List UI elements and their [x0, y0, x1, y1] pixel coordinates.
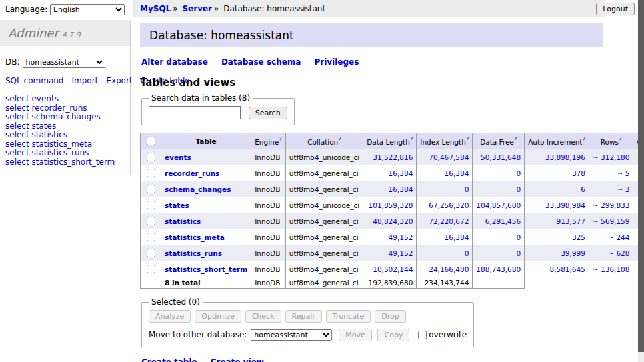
- drop-button[interactable]: Drop: [375, 310, 405, 323]
- data-length-link[interactable]: 16,384: [389, 169, 413, 177]
- repair-button[interactable]: Repair: [285, 310, 322, 323]
- logout-button[interactable]: Logout: [596, 3, 635, 15]
- create-table-bottom-link[interactable]: Create table: [141, 357, 197, 362]
- search-input[interactable]: [149, 106, 241, 119]
- select-link-statistics-meta[interactable]: select: [5, 139, 29, 149]
- truncate-button[interactable]: Truncate: [326, 310, 371, 323]
- rows-link[interactable]: ~ 628: [608, 249, 629, 257]
- help-link[interactable]: ?: [410, 136, 413, 143]
- search-button[interactable]: Search: [249, 107, 287, 119]
- auto-increment-link[interactable]: 913,577: [557, 217, 585, 225]
- data-length-link[interactable]: 101,859,328: [369, 201, 413, 209]
- data-free-link[interactable]: 0: [516, 185, 521, 193]
- index-length-link[interactable]: 16,384: [445, 233, 469, 241]
- select-link-states[interactable]: select: [5, 121, 29, 131]
- index-length-link[interactable]: 70,467,584: [429, 153, 469, 161]
- index-length-link[interactable]: 67,256,320: [429, 201, 469, 209]
- data-length-link[interactable]: 31,522,816: [373, 153, 413, 161]
- data-free-link[interactable]: 0: [516, 249, 521, 257]
- select-all-checkbox[interactable]: [147, 137, 155, 145]
- help-link[interactable]: ?: [279, 136, 282, 143]
- table-name-link-recorder-runs[interactable]: recorder_runs: [165, 169, 219, 177]
- data-free-link[interactable]: 0: [516, 169, 521, 177]
- sidebar-table-link-statistics-meta[interactable]: statistics_meta: [31, 139, 92, 149]
- table-name-link-statistics-meta[interactable]: statistics_meta: [165, 233, 225, 241]
- rows-link[interactable]: ~ 3: [617, 185, 630, 193]
- select-link-statistics-short-term[interactable]: select: [5, 157, 29, 167]
- table-name-link-states[interactable]: states: [165, 201, 189, 209]
- sidebar-table-link-events[interactable]: events: [31, 94, 58, 103]
- select-link-schema-changes[interactable]: select: [5, 112, 29, 121]
- privileges-link[interactable]: Privileges: [314, 57, 359, 67]
- select-link-statistics[interactable]: select: [5, 130, 29, 139]
- data-free-link[interactable]: 104,857,600: [476, 201, 521, 209]
- auto-increment-link[interactable]: 325: [572, 233, 585, 241]
- help-link[interactable]: ?: [619, 136, 622, 143]
- check-button[interactable]: Check: [245, 310, 281, 323]
- row-checkbox-states[interactable]: [147, 201, 155, 209]
- rows-link[interactable]: ~ 136,108: [593, 265, 630, 273]
- sidebar-table-link-schema-changes[interactable]: schema_changes: [31, 112, 100, 121]
- analyze-button[interactable]: Analyze: [149, 310, 191, 323]
- data-free-link[interactable]: 188,743,680: [476, 265, 521, 273]
- auto-increment-link[interactable]: 6: [581, 185, 585, 193]
- vertical-scrollbar[interactable]: [638, 0, 644, 362]
- row-checkbox-statistics-short-term[interactable]: [147, 265, 155, 273]
- scrollbar-thumb[interactable]: [638, 0, 644, 352]
- index-length-link[interactable]: 24,166,400: [429, 265, 469, 273]
- data-length-link[interactable]: 16,384: [389, 185, 413, 193]
- index-length-link[interactable]: 0: [465, 249, 469, 257]
- database-schema-link[interactable]: Database schema: [221, 57, 301, 67]
- index-length-link[interactable]: 72,220,672: [429, 217, 469, 225]
- rows-link[interactable]: ~ 244: [608, 233, 629, 241]
- select-link-recorder-runs[interactable]: select: [5, 103, 29, 113]
- row-checkbox-statistics-runs[interactable]: [147, 249, 155, 257]
- rows-link[interactable]: ~ 299,833: [593, 201, 630, 209]
- help-link[interactable]: ?: [338, 136, 341, 143]
- row-checkbox-recorder-runs[interactable]: [147, 169, 155, 177]
- sidebar-table-link-statistics-short-term[interactable]: statistics_short_term: [31, 157, 115, 167]
- data-free-link[interactable]: 6,291,456: [485, 217, 521, 225]
- table-name-link-schema-changes[interactable]: schema_changes: [165, 185, 231, 193]
- table-name-link-statistics-short-term[interactable]: statistics_short_term: [165, 265, 247, 273]
- data-free-link[interactable]: 50,331,648: [481, 153, 521, 161]
- language-select[interactable]: English: [50, 4, 125, 15]
- table-name-link-statistics-runs[interactable]: statistics_runs: [165, 249, 222, 257]
- select-link-events[interactable]: select: [5, 94, 29, 103]
- alter-database-link[interactable]: Alter database: [141, 57, 208, 67]
- auto-increment-link[interactable]: 378: [572, 169, 585, 177]
- optimize-button[interactable]: Optimize: [195, 310, 241, 323]
- rows-link[interactable]: ~ 5: [617, 169, 630, 177]
- help-link[interactable]: ?: [582, 136, 585, 143]
- row-checkbox-schema-changes[interactable]: [147, 185, 155, 193]
- sidebar-link-export[interactable]: Export: [106, 76, 132, 85]
- rows-link[interactable]: ~ 569,159: [593, 217, 630, 225]
- sidebar-link-import[interactable]: Import: [71, 76, 98, 85]
- rows-link[interactable]: ~ 312,180: [593, 153, 630, 161]
- row-checkbox-events[interactable]: [147, 153, 155, 161]
- overwrite-checkbox[interactable]: [418, 331, 427, 339]
- sidebar-table-link-states[interactable]: states: [31, 121, 56, 131]
- table-name-link-events[interactable]: events: [165, 153, 191, 161]
- data-length-link[interactable]: 48,824,320: [373, 217, 413, 225]
- data-length-link[interactable]: 49,152: [389, 249, 413, 257]
- auto-increment-link[interactable]: 33,398,984: [545, 201, 585, 209]
- select-link-statistics-runs[interactable]: select: [5, 148, 29, 157]
- sidebar-table-link-statistics-runs[interactable]: statistics_runs: [31, 148, 89, 157]
- data-length-link[interactable]: 10,502,144: [373, 265, 413, 273]
- create-view-bottom-link[interactable]: Create view: [211, 357, 264, 362]
- index-length-link[interactable]: 0: [465, 185, 469, 193]
- breadcrumb-server-link[interactable]: Server: [182, 4, 212, 13]
- help-link[interactable]: ?: [514, 136, 517, 143]
- db-select[interactable]: homeassistant: [23, 57, 105, 68]
- row-checkbox-statistics[interactable]: [147, 217, 155, 225]
- move-button[interactable]: Move: [339, 329, 372, 341]
- auto-increment-link[interactable]: 39,999: [561, 249, 585, 257]
- auto-increment-link[interactable]: 33,898,196: [545, 153, 585, 161]
- data-length-link[interactable]: 49,152: [389, 233, 413, 241]
- row-checkbox-statistics-meta[interactable]: [147, 233, 155, 241]
- copy-button[interactable]: Copy: [377, 329, 409, 341]
- breadcrumb-mysql-link[interactable]: MySQL: [140, 4, 171, 13]
- sidebar-table-link-statistics[interactable]: statistics: [31, 130, 67, 139]
- help-link[interactable]: ?: [466, 136, 469, 143]
